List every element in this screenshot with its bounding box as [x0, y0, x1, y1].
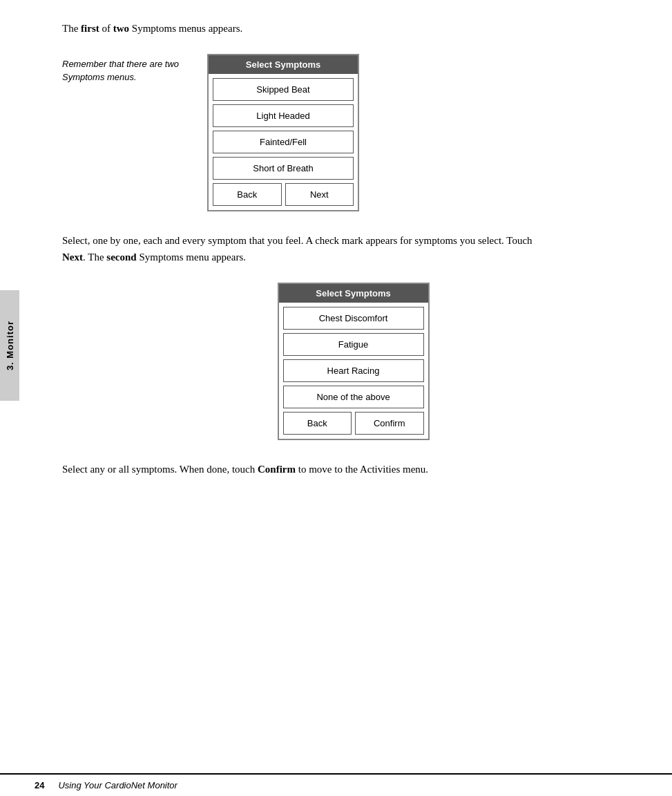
middle-line4-after: Symptoms menu appears.: [137, 252, 246, 263]
footer-description: Using Your CardioNet Monitor: [58, 780, 177, 790]
second-menu-body: Chest Discomfort Fatigue Heart Racing No…: [279, 303, 428, 439]
second-bold: second: [106, 252, 136, 263]
second-menu-section: Select Symptoms Chest Discomfort Fatigue…: [62, 283, 644, 440]
symptom-btn-short-of-breath[interactable]: Short of Breath: [213, 157, 354, 180]
first-menu-body: Skipped Beat Light Headed Fainted/Fell S…: [209, 74, 358, 210]
second-menu-confirm-button[interactable]: Confirm: [355, 412, 424, 435]
final-line1: Select any or all symptoms. When done, t…: [62, 464, 258, 475]
middle-line1: Select, one by one, each and every sympt…: [62, 235, 532, 246]
first-menu-header: Select Symptoms: [209, 55, 358, 74]
first-menu-nav-row: Back Next: [213, 183, 354, 206]
intro-bold-first: first: [81, 23, 99, 34]
symptom-btn-fainted-fell[interactable]: Fainted/Fell: [213, 131, 354, 153]
symptom-btn-light-headed[interactable]: Light Headed: [213, 104, 354, 127]
page-number: 24: [35, 780, 44, 790]
second-menu-back-button[interactable]: Back: [283, 412, 352, 435]
first-menu-back-button[interactable]: Back: [213, 183, 282, 206]
symptom-btn-fatigue[interactable]: Fatigue: [283, 333, 424, 356]
first-menu-section: Remember that there are two Symptoms men…: [62, 54, 644, 211]
intro-between: of: [99, 23, 113, 34]
second-symptoms-menu: Select Symptoms Chest Discomfort Fatigue…: [278, 283, 430, 440]
page-footer: 24 Using Your CardioNet Monitor: [0, 773, 672, 796]
intro-bold-two: two: [113, 23, 129, 34]
final-description: Select any or all symptoms. When done, t…: [62, 461, 546, 477]
symptom-btn-heart-racing[interactable]: Heart Racing: [283, 359, 424, 382]
intro-after: Symptoms menus appears.: [129, 23, 242, 34]
chapter-tab: 3. Monitor: [0, 290, 19, 401]
second-menu-header: Select Symptoms: [279, 284, 428, 303]
next-bold: Next: [62, 252, 83, 263]
confirm-bold: Confirm: [258, 464, 296, 475]
first-symptoms-menu: Select Symptoms Skipped Beat Light Heade…: [207, 54, 359, 211]
second-menu-nav-row: Back Confirm: [283, 412, 424, 435]
first-menu-next-button[interactable]: Next: [285, 183, 354, 206]
chapter-tab-label: 3. Monitor: [5, 321, 15, 370]
final-line2-after: to move to the Activities menu.: [296, 464, 428, 475]
intro-paragraph: The first of two Symptoms menus appears.: [62, 21, 644, 37]
middle-description: Select, one by one, each and every sympt…: [62, 232, 546, 265]
symptom-btn-skipped-beat[interactable]: Skipped Beat: [213, 78, 354, 101]
sidebar-note: Remember that there are two Symptoms men…: [62, 54, 193, 84]
symptom-btn-none-above[interactable]: None of the above: [283, 386, 424, 408]
middle-line3-after: . The: [83, 252, 106, 263]
intro-before: The: [62, 23, 81, 34]
symptom-btn-chest-discomfort[interactable]: Chest Discomfort: [283, 307, 424, 330]
